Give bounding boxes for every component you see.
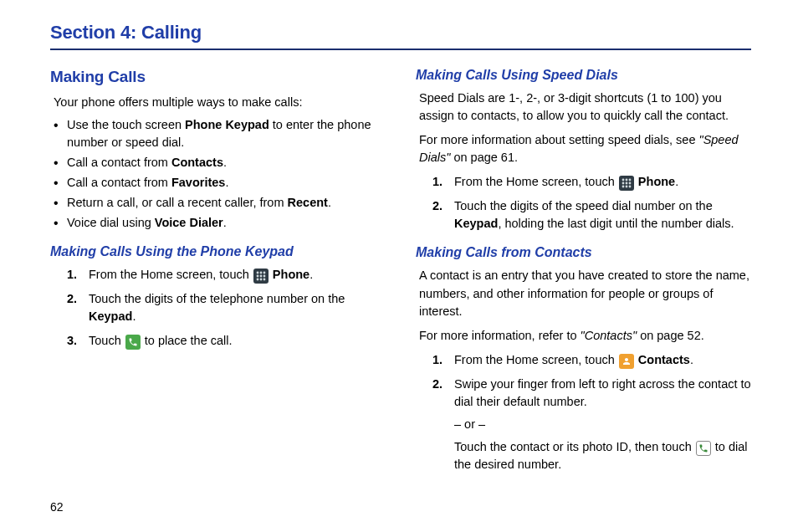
svg-point-12 [622,182,624,185]
text: Call a contact from [67,176,171,189]
steps-contacts: From the Home screen, touch Contacts. Sw… [432,351,751,473]
section-title: Section 4: Calling [50,22,751,43]
columns: Making Calls Your phone offers multiple … [50,65,751,480]
page: Section 4: Calling Making Calls Your pho… [0,0,798,532]
italic-text: "Contacts" [581,329,637,342]
contact-icon [619,354,634,369]
step: Touch the digits of the telephone number… [67,290,386,325]
svg-point-1 [259,271,262,274]
right-column: Making Calls Using Speed Dials Speed Dia… [416,65,751,480]
text: . [328,196,331,209]
svg-point-8 [263,278,265,280]
list-item: Call a contact from Favorites. [54,174,386,192]
list-item: Call a contact from Contacts. [54,154,386,171]
bold-text: Keypad [454,217,498,230]
bold-text: Contacts [171,156,223,169]
text: on page 52. [637,329,704,342]
divider [50,49,751,50]
svg-point-7 [259,278,262,280]
bold-text: Phone [638,175,675,188]
heading-speed-dials: Making Calls Using Speed Dials [416,65,751,84]
text: . [309,268,313,281]
paragraph: For more information, refer to "Contacts… [419,327,751,345]
text: Touch the digits of the speed dial numbe… [454,199,713,212]
heading-keypad: Making Calls Using the Phone Keypad [50,242,386,261]
text: . [223,156,227,169]
text: Return a call, or call a recent caller, … [67,196,288,209]
text: From the Home screen, touch [454,353,618,366]
text: For more information, refer to [419,329,581,342]
bold-text: Phone Keypad [185,118,269,131]
bold-text: Keypad [89,309,132,323]
keypad-icon [253,269,269,284]
text: . [223,216,227,229]
text: Touch [89,334,125,347]
text: . [690,353,693,366]
steps-keypad: From the Home screen, touch Phone. Touch… [67,266,386,350]
bullet-list: Use the touch screen Phone Keypad to ent… [54,116,386,232]
paragraph: Speed Dials are 1-, 2-, or 3-digit short… [419,90,751,125]
text: From the Home screen, touch [89,268,253,281]
paragraph: A contact is an entry that you have crea… [419,267,751,320]
text: to place the call. [145,334,233,347]
phone-icon [696,441,711,456]
text: . [225,176,228,189]
bold-text: Contacts [638,353,690,366]
text: Touch the digits of the telephone number… [89,292,345,305]
text: . [675,175,678,188]
list-item: Use the touch screen Phone Keypad to ent… [54,116,386,151]
svg-point-10 [625,179,627,182]
paragraph: For more information about setting speed… [419,131,751,166]
list-item: Voice dial using Voice Dialer. [54,214,386,232]
step: Touch to place the call. [67,332,386,350]
phone-icon [125,335,141,350]
alt-text: Touch the contact or its photo ID, then … [454,438,751,473]
text: Voice dial using [67,216,155,229]
page-number: 62 [50,500,64,514]
svg-point-17 [628,186,631,188]
step: Swipe your finger from left to right acr… [432,376,751,473]
or-text: – or – [454,416,751,433]
text: Call a contact from [67,156,171,169]
svg-point-13 [625,182,627,185]
svg-point-15 [622,186,624,188]
text: From the Home screen, touch [454,175,618,188]
text: , holding the last digit until the numbe… [498,217,734,230]
svg-point-14 [628,182,631,185]
text: Touch the contact or its photo ID, then … [454,440,695,453]
step: From the Home screen, touch Contacts. [432,351,751,369]
svg-point-0 [256,271,258,274]
svg-point-2 [263,271,265,274]
list-item: Return a call, or call a recent caller, … [54,194,386,212]
left-column: Making Calls Your phone offers multiple … [50,65,386,480]
step: From the Home screen, touch Phone. [432,173,751,191]
svg-point-11 [628,179,631,182]
step: From the Home screen, touch Phone. [67,266,386,284]
text: . [132,309,136,323]
text: For more information about setting speed… [419,133,698,146]
steps-speed-dial: From the Home screen, touch Phone. Touch… [432,173,751,233]
svg-point-6 [256,278,258,280]
keypad-icon [619,176,634,191]
bold-text: Voice Dialer [155,216,223,229]
heading-from-contacts: Making Calls from Contacts [416,243,751,262]
step: Touch the digits of the speed dial numbe… [432,197,751,233]
bold-text: Phone [273,268,309,281]
intro-text: Your phone offers multiple ways to make … [54,94,386,111]
svg-point-3 [256,274,258,277]
text: Use the touch screen [67,118,185,131]
svg-point-4 [259,274,262,277]
heading-making-calls: Making Calls [50,65,386,89]
bold-text: Favorites [171,176,225,189]
svg-point-5 [263,274,265,277]
text: Swipe your finger from left to right acr… [454,377,751,408]
bold-text: Recent [288,196,328,209]
svg-point-16 [625,186,627,188]
text: on page 61. [450,151,518,164]
svg-point-9 [622,179,624,182]
